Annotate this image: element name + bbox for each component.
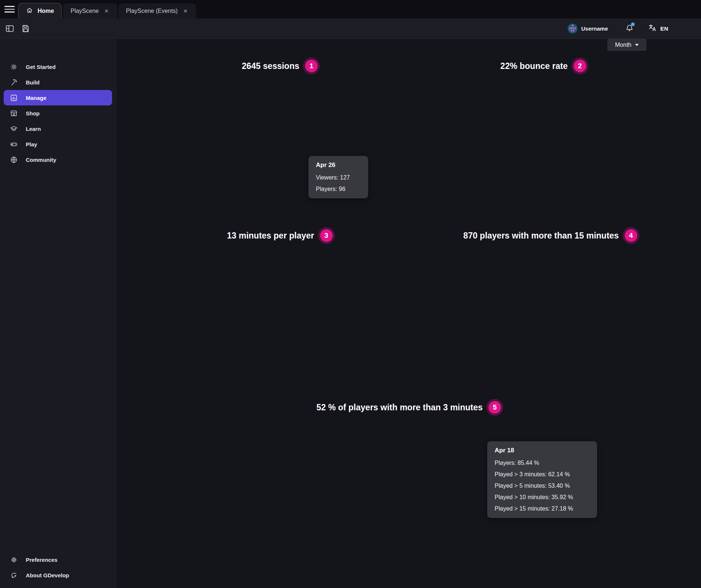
period-dropdown-value: Month — [615, 42, 631, 48]
chart-header-bounce-rate: 22% bounce rate 2 — [501, 60, 586, 72]
chart-title: 13 minutes per player — [227, 231, 314, 241]
chart-header-players-15-minutes: 870 players with more than 15 minutes 4 — [463, 229, 637, 242]
gdevelop-app-window: Home PlayScene ✕ PlayScene (Events) ✕ — [0, 0, 701, 588]
annotation-badge-2: 2 — [573, 60, 586, 72]
annotation-badge-1: 1 — [305, 60, 318, 72]
chart-title: 2645 sessions — [242, 61, 299, 71]
tooltip-row: Played > 15 minutes: 27.18 % — [495, 505, 590, 512]
tooltip-date: Apr 18 — [495, 447, 590, 454]
chart-header-sessions: 2645 sessions 1 — [242, 60, 318, 72]
tooltip-date: Apr 26 — [316, 161, 361, 169]
period-dropdown[interactable]: Month — [607, 39, 646, 51]
tooltip-row: Players: 85.44 % — [495, 460, 590, 466]
tooltip-row: Played > 10 minutes: 35.92 % — [495, 494, 590, 501]
tooltip-row: Played > 5 minutes: 53.40 % — [495, 483, 590, 489]
chart-tooltip-retention: Apr 18 Players: 85.44 % Played > 3 minut… — [487, 441, 597, 518]
annotation-badge-3: 3 — [320, 229, 332, 242]
chart-header-minutes-per-player: 13 minutes per player 3 — [227, 229, 333, 242]
chart-title: 52 % of players with more than 3 minutes — [316, 403, 482, 413]
chart-header-retention: 52 % of players with more than 3 minutes… — [316, 401, 501, 414]
annotation-badge-5: 5 — [489, 401, 501, 414]
tooltip-row: Viewers: 127 — [316, 174, 361, 181]
chart-title: 870 players with more than 15 minutes — [463, 231, 619, 241]
chart-tooltip-sessions: Apr 26 Viewers: 127 Players: 96 — [308, 156, 368, 198]
tooltip-row: Played > 3 minutes: 62.14 % — [495, 471, 590, 478]
chart-title: 22% bounce rate — [501, 61, 568, 71]
annotation-badge-4: 4 — [625, 229, 637, 242]
tooltip-row: Players: 96 — [316, 186, 361, 192]
chevron-down-icon — [635, 44, 639, 46]
